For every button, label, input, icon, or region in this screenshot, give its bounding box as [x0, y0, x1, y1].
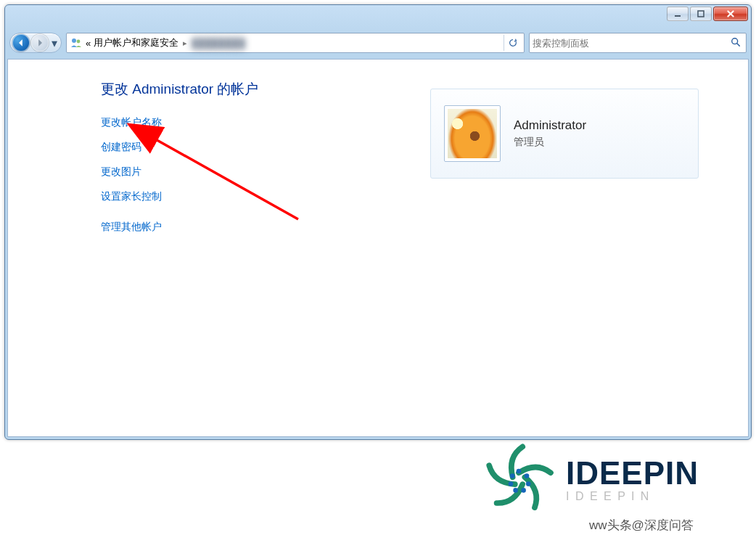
breadcrumb-segment[interactable]: 用户帐户和家庭安全 [94, 36, 178, 49]
search-icon[interactable] [728, 37, 743, 49]
brand-subtitle: I D E E P I N [566, 490, 699, 503]
link-parental-controls[interactable]: 设置家长控制 [101, 190, 719, 203]
svg-point-11 [513, 488, 518, 493]
search-input[interactable] [533, 38, 728, 49]
back-button[interactable] [12, 34, 30, 52]
link-manage-other[interactable]: 管理其他帐户 [101, 221, 719, 234]
watermark-logo: IDEEPIN I D E E P I N [479, 428, 755, 530]
svg-point-3 [77, 40, 81, 44]
maximize-button[interactable] [690, 7, 712, 21]
account-role: 管理员 [514, 136, 586, 149]
svg-point-12 [509, 481, 514, 486]
svg-point-10 [521, 488, 526, 493]
svg-rect-0 [675, 15, 681, 17]
account-card: Administrator 管理员 [430, 89, 699, 179]
brand-title: IDEEPIN [566, 455, 699, 491]
address-bar[interactable]: « 用户帐户和家庭安全 ▸ ████████ [66, 33, 525, 53]
refresh-button[interactable] [504, 35, 521, 51]
account-name: Administrator [514, 118, 586, 133]
svg-point-7 [517, 469, 522, 474]
content-area: 更改 Administrator 的帐户 更改帐户名称 创建密码 更改图片 设置… [7, 59, 749, 437]
svg-point-9 [526, 481, 531, 486]
users-icon [70, 36, 83, 49]
svg-point-8 [525, 473, 530, 478]
nav-buttons: ▾ [9, 33, 62, 53]
explorer-window: ▾ « 用户帐户和家庭安全 ▸ ████████ [4, 4, 752, 440]
swirl-icon [479, 439, 559, 519]
window-controls [667, 7, 748, 21]
forward-button[interactable] [31, 34, 49, 52]
breadcrumb-blurred: ████████ [192, 38, 245, 49]
svg-point-13 [510, 473, 515, 478]
breadcrumb-arrow[interactable]: ▸ [183, 38, 187, 48]
breadcrumb-separator: « [86, 38, 91, 49]
history-dropdown[interactable]: ▾ [49, 33, 59, 53]
svg-rect-1 [698, 11, 704, 17]
flower-icon [448, 109, 497, 158]
minimize-button[interactable] [667, 7, 689, 21]
byline: ww头条@深度问答 [589, 517, 694, 534]
search-box[interactable] [529, 33, 747, 53]
titlebar[interactable] [5, 5, 751, 28]
account-info: Administrator 管理员 [514, 118, 586, 149]
svg-point-2 [72, 38, 76, 43]
close-button[interactable] [713, 7, 748, 21]
svg-line-5 [737, 43, 740, 46]
account-picture [444, 105, 501, 162]
nav-row: ▾ « 用户帐户和家庭安全 ▸ ████████ [5, 28, 751, 57]
